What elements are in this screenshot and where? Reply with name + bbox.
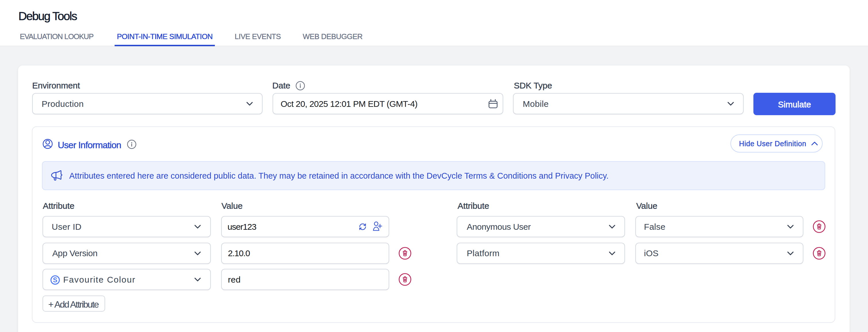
svg-text:S: S xyxy=(53,276,57,284)
